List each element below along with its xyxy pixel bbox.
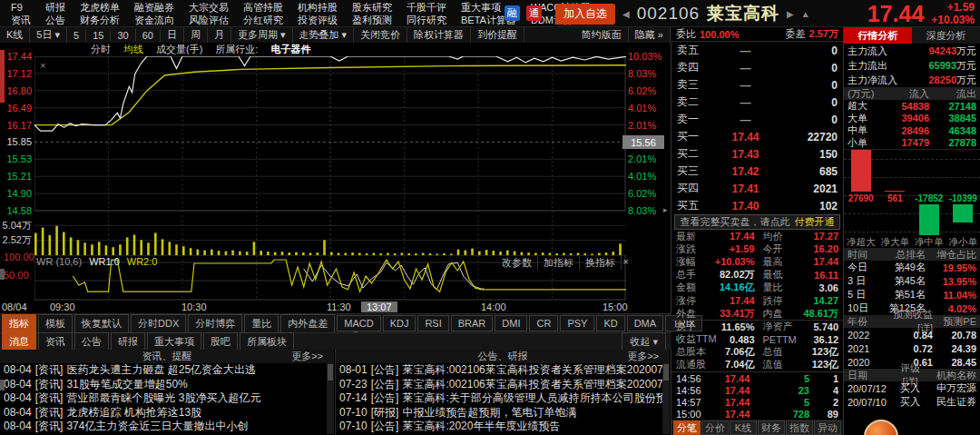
period-button[interactable]: 5 bbox=[67, 29, 86, 42]
wr-tool-button[interactable]: 改参数 bbox=[496, 256, 538, 270]
indicator-tab[interactable]: 恢复默认 bbox=[74, 314, 129, 333]
wr-tool-button[interactable]: 加指标 bbox=[538, 256, 580, 270]
rating-row[interactable]: 20/07/12 买入 申万宏源 bbox=[844, 381, 980, 395]
announcement-item[interactable]: 07-23[公告]莱宝高科:002106莱宝高科投资者关系管理档案2020072… bbox=[339, 378, 670, 392]
quote-tab[interactable]: 分笔 bbox=[673, 420, 701, 435]
tick-row[interactable]: 14:57 17.44 5 2 bbox=[671, 396, 843, 408]
indicator-tab[interactable]: 指标 bbox=[2, 314, 36, 333]
bid-row[interactable]: 买五 17.40 102 bbox=[671, 197, 843, 214]
period-button[interactable]: 更多周期 ▾ bbox=[231, 27, 293, 43]
bid-row[interactable]: 买一 17.44 22720 bbox=[671, 128, 843, 145]
chart-overlay-close-icon[interactable]: × bbox=[40, 60, 45, 71]
menu-item[interactable]: 研报 bbox=[45, 2, 65, 14]
paywall-link[interactable]: 付费开通 bbox=[795, 215, 835, 229]
period-button[interactable]: 关闭竞价 bbox=[354, 27, 407, 43]
menu-item[interactable]: 资讯 bbox=[11, 15, 31, 26]
indicator-tab[interactable]: DMA bbox=[627, 315, 663, 331]
volume-tab[interactable]: 成交量(手) bbox=[156, 43, 202, 56]
menu-item[interactable]: 机构持股 bbox=[298, 2, 338, 14]
indicator-tab[interactable]: DMI bbox=[495, 315, 527, 331]
quote-tab[interactable]: 指数 bbox=[786, 420, 813, 435]
more-link[interactable]: 更多>> bbox=[627, 350, 659, 363]
margin-badge[interactable]: 融 bbox=[505, 5, 520, 21]
news-tab[interactable]: 所属板块 bbox=[240, 332, 294, 351]
announcement-item[interactable]: 07-14[公告]莱宝高科:关于部分高级管理人员减持所持本公司股份预披 bbox=[339, 391, 670, 406]
news-tab[interactable]: 资讯 bbox=[38, 332, 73, 351]
ask-row[interactable]: 卖五 — 0 bbox=[671, 42, 843, 59]
up-icon[interactable]: ▲ bbox=[801, 9, 810, 19]
collapse-button[interactable]: 收起 ▾ bbox=[622, 332, 666, 351]
menu-item[interactable]: 盈利预测 bbox=[352, 15, 392, 26]
analysis-tab[interactable]: 行情分析 bbox=[844, 27, 912, 44]
ask-row[interactable]: 卖四 — 0 bbox=[671, 59, 843, 76]
indicator-tab[interactable]: 量比 bbox=[244, 314, 279, 333]
news-tab[interactable]: 股吧 bbox=[203, 332, 238, 351]
tick-row[interactable]: 14:56 17.44 5 1 bbox=[671, 372, 843, 384]
period-button[interactable]: 除权计算器 bbox=[407, 27, 471, 43]
indicator-tab[interactable]: BRAR bbox=[451, 315, 494, 331]
menu-item[interactable]: 千股千评 bbox=[407, 2, 446, 14]
view-button[interactable]: 简约版面 bbox=[575, 27, 629, 43]
indicator-tab[interactable]: PSY bbox=[560, 315, 594, 331]
menu-item[interactable]: F9 bbox=[11, 2, 31, 14]
announcement-item[interactable]: 07-10[研报]中报业绩预告超预期，笔电订单饱满 bbox=[339, 406, 670, 420]
quote-tab[interactable]: 财务 bbox=[758, 420, 785, 435]
add-watchlist-button[interactable]: 加入自选 bbox=[555, 4, 615, 25]
minute-price-chart[interactable] bbox=[34, 56, 626, 211]
more-link[interactable]: 更多>> bbox=[291, 350, 323, 363]
period-button[interactable]: 走势叠加 ▾ bbox=[293, 27, 355, 43]
connect-badge[interactable]: 通 bbox=[526, 5, 542, 21]
rating-row[interactable]: 20/07/10 买入 民生证券 bbox=[844, 395, 980, 409]
period-button[interactable]: 30 bbox=[111, 29, 135, 42]
volume-chart[interactable] bbox=[34, 211, 626, 255]
ask-row[interactable]: 卖一 — 0 bbox=[671, 111, 843, 128]
indicator-tab[interactable]: KDJ bbox=[383, 315, 416, 331]
news-tab[interactable]: 重大事项 bbox=[147, 332, 201, 351]
indicator-tab[interactable]: 分时DDX bbox=[131, 314, 186, 333]
scrollbar[interactable] bbox=[327, 363, 334, 434]
period-button[interactable]: 5日 ▾ bbox=[30, 27, 67, 43]
menu-item[interactable]: 大宗交易 bbox=[189, 2, 229, 14]
bid-row[interactable]: 买二 17.43 150 bbox=[671, 145, 843, 163]
news-tab[interactable]: 消息 bbox=[2, 332, 36, 351]
news-tab[interactable]: 研报 bbox=[111, 332, 145, 351]
indicator-tab[interactable]: 内外盘差 bbox=[280, 314, 335, 333]
indicator-tab[interactable]: 分时博弈 bbox=[188, 314, 242, 333]
menu-item[interactable]: 财务分析 bbox=[80, 15, 120, 26]
menu-item[interactable]: 分红研究 bbox=[243, 15, 283, 26]
menu-item[interactable]: 公告 bbox=[45, 15, 65, 26]
menu-item[interactable]: 资金流向 bbox=[134, 15, 174, 26]
quote-tab[interactable]: 异动 bbox=[814, 420, 841, 435]
menu-item[interactable]: 龙虎榜单 bbox=[80, 2, 120, 14]
panel-splitter-icon[interactable]: ▸ bbox=[663, 205, 668, 214]
news-item[interactable]: 08-04[资讯]医药龙头遭主力砸盘 超25亿资金大出逃 bbox=[4, 363, 334, 378]
indicator-tab[interactable]: 模板 bbox=[38, 314, 73, 333]
news-item[interactable]: 08-04[资讯]374亿主力资金近三日大量撤出中小创 bbox=[4, 420, 334, 434]
indicator-tab[interactable]: RSI bbox=[417, 315, 448, 331]
indicator-tab[interactable]: CR bbox=[529, 315, 558, 331]
menu-item[interactable]: 高管持股 bbox=[243, 2, 283, 14]
quote-tab[interactable]: K线 bbox=[730, 420, 757, 435]
bid-row[interactable]: 买四 17.41 2021 bbox=[671, 180, 843, 197]
minute-tab[interactable]: 分时 bbox=[91, 43, 111, 56]
period-button[interactable]: 月 bbox=[208, 27, 231, 43]
menu-item[interactable]: 风险评估 bbox=[189, 15, 229, 26]
period-button[interactable]: 日 bbox=[161, 27, 184, 43]
period-button[interactable]: 到价提醒 bbox=[471, 27, 524, 43]
news-item[interactable]: 08-04[资讯]营业部最青睐个股曝光 3股净买入超亿元 bbox=[4, 391, 334, 406]
industry-value[interactable]: 电子器件 bbox=[270, 43, 310, 56]
menu-item[interactable]: 投资评级 bbox=[298, 15, 338, 26]
tick-row[interactable]: 15:00 17.44 728 89 bbox=[671, 408, 843, 420]
ask-row[interactable]: 卖二 — 0 bbox=[671, 94, 843, 111]
avg-line-tab[interactable]: 均线 bbox=[123, 43, 143, 56]
scrollbar[interactable] bbox=[662, 363, 670, 434]
next-stock-icon[interactable]: ▶ bbox=[787, 9, 794, 19]
announcement-item[interactable]: 07-10[公告]莱宝高科:2020年半年度业绩预告 bbox=[339, 420, 670, 434]
wr-tool-button[interactable]: 换指标 bbox=[580, 256, 622, 270]
menu-item[interactable]: 股东研究 bbox=[352, 2, 392, 14]
menu-item[interactable]: 同行研究 bbox=[407, 15, 446, 26]
quote-tab[interactable]: 分价 bbox=[701, 420, 729, 435]
bid-row[interactable]: 买三 17.42 685 bbox=[671, 163, 843, 180]
period-button[interactable]: 周 bbox=[184, 27, 208, 43]
news-item[interactable]: 08-04[资讯]31股每笔成交量增超50% bbox=[4, 378, 334, 392]
